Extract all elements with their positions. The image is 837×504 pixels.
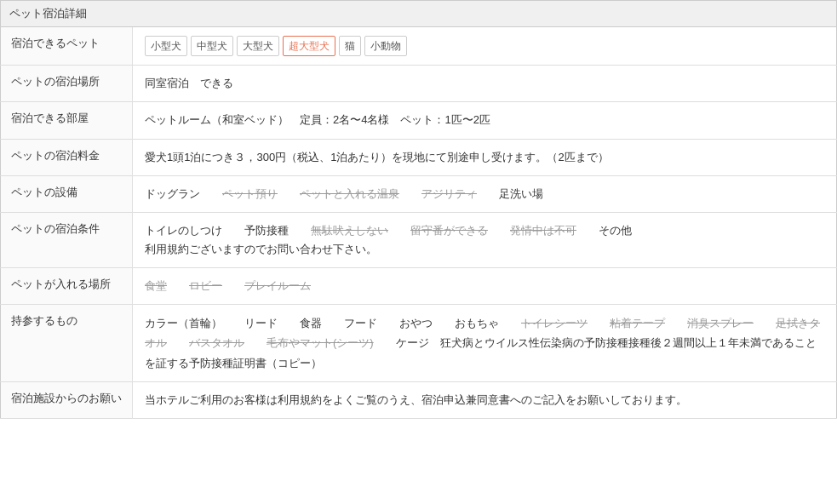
row-label-facility-request: 宿泊施設からのお願い	[1, 382, 133, 419]
pet-tag: 超大型犬	[283, 36, 335, 56]
bring-item: バスタオル	[189, 336, 244, 349]
mixed-item: ロビー	[189, 279, 222, 292]
bring-item: フード	[344, 317, 377, 329]
bring-item: ケージ	[396, 336, 429, 349]
pet-tag: 小動物	[364, 36, 407, 56]
bring-item: 毛布やマット(シーツ)	[267, 336, 374, 349]
mixed-item: 足洗い場	[499, 187, 543, 200]
table-row-available-rooms: 宿泊できる部屋ペットルーム（和室ベッド） 定員：2名〜4名様 ペット：1匹〜2匹	[1, 102, 837, 139]
condition-item: 予防接種	[244, 224, 289, 237]
row-content-bring-items: カラー（首輪） リード 食器 フード おやつ おもちゃ トイレシーツ 粘着テープ…	[133, 305, 837, 382]
bring-item: 消臭スプレー	[687, 317, 754, 329]
bring-item: カラー（首輪）	[145, 317, 222, 329]
row-content-facility-request: 当ホテルご利用のお客様は利用規約をよくご覧のうえ、宿泊申込兼同意書へのご記入をお…	[133, 382, 837, 419]
row-content-stay-location: 同室宿泊 できる	[133, 66, 837, 102]
row-content-pet-facilities: ドッグラン ペット預り ペットと入れる温泉 アジリティ 足洗い場	[133, 175, 837, 212]
row-label-pet-conditions: ペットの宿泊条件	[1, 212, 133, 267]
bring-note: 狂犬病とウイルス性伝染病の予防接種接種後２週間以上１年未満であることを証する予防…	[145, 336, 817, 369]
mixed-item: 食堂	[145, 279, 167, 292]
row-label-pet-facilities: ペットの設備	[1, 175, 133, 212]
pet-tag: 中型犬	[191, 36, 233, 56]
row-content-available-rooms: ペットルーム（和室ベッド） 定員：2名〜4名様 ペット：1匹〜2匹	[133, 102, 837, 139]
bring-item: トイレシーツ	[521, 317, 588, 329]
table-row-pet-conditions: ペットの宿泊条件トイレのしつけ 予防接種 無駄吠えしない 留守番ができる 発情中…	[1, 212, 837, 267]
row-content-allowed-pets: 小型犬中型犬大型犬超大型犬猫小動物	[133, 27, 837, 66]
main-container: ペット宿泊詳細 宿泊できるペット小型犬中型犬大型犬超大型犬猫小動物ペットの宿泊場…	[0, 0, 837, 419]
table-row-pet-rate: ペットの宿泊料金愛犬1頭1泊につき３，300円（税込、1泊あたり）を現地にて別途…	[1, 139, 837, 175]
table-row-bring-items: 持参するものカラー（首輪） リード 食器 フード おやつ おもちゃ トイレシーツ…	[1, 305, 837, 382]
pet-tag: 猫	[339, 36, 361, 56]
row-label-pet-rate: ペットの宿泊料金	[1, 139, 133, 175]
bring-item: 食器	[300, 317, 322, 329]
row-label-allowed-pets: 宿泊できるペット	[1, 27, 133, 66]
mixed-item: ペットと入れる温泉	[300, 187, 399, 200]
table-row-pet-areas: ペットが入れる場所食堂 ロビー プレイルーム	[1, 267, 837, 304]
table-row-stay-location: ペットの宿泊場所同室宿泊 できる	[1, 66, 837, 102]
table-row-facility-request: 宿泊施設からのお願い当ホテルご利用のお客様は利用規約をよくご覧のうえ、宿泊申込兼…	[1, 382, 837, 419]
bring-item: おもちゃ	[455, 317, 499, 329]
mixed-item: ドッグラン	[145, 187, 200, 200]
row-label-pet-areas: ペットが入れる場所	[1, 267, 133, 304]
row-content-pet-conditions: トイレのしつけ 予防接種 無駄吠えしない 留守番ができる 発情中は不可 その他利…	[133, 212, 837, 267]
bring-item: 粘着テープ	[610, 317, 665, 329]
mixed-item: プレイルーム	[244, 279, 311, 292]
condition-item: その他	[599, 224, 632, 237]
bring-item: リード	[244, 317, 278, 329]
row-label-bring-items: 持参するもの	[1, 305, 133, 382]
mixed-item: ペット預り	[222, 187, 278, 200]
row-content-pet-rate: 愛犬1頭1泊につき３，300円（税込、1泊あたり）を現地にて別途申し受けます。（…	[133, 139, 837, 175]
table-row-pet-facilities: ペットの設備ドッグラン ペット預り ペットと入れる温泉 アジリティ 足洗い場	[1, 175, 837, 212]
condition-note: 利用規約ございますのでお問い合わせ下さい。	[145, 243, 377, 255]
bring-item: おやつ	[399, 317, 433, 329]
bring-items-wrap: カラー（首輪） リード 食器 フード おやつ おもちゃ トイレシーツ 粘着テープ…	[145, 313, 824, 373]
condition-item: トイレのしつけ	[145, 224, 222, 237]
pet-details-table: 宿泊できるペット小型犬中型犬大型犬超大型犬猫小動物ペットの宿泊場所同室宿泊 でき…	[0, 27, 837, 419]
table-row-allowed-pets: 宿泊できるペット小型犬中型犬大型犬超大型犬猫小動物	[1, 27, 837, 66]
condition-item: 発情中は不可	[510, 224, 576, 237]
row-label-stay-location: ペットの宿泊場所	[1, 66, 133, 102]
row-label-available-rooms: 宿泊できる部屋	[1, 102, 133, 139]
pet-tag: 小型犬	[145, 36, 187, 56]
row-content-pet-areas: 食堂 ロビー プレイルーム	[133, 267, 837, 304]
pet-tag: 大型犬	[237, 36, 279, 56]
condition-item: 無駄吠えしない	[311, 224, 388, 237]
condition-item: 留守番ができる	[410, 224, 488, 237]
mixed-item: アジリティ	[421, 187, 477, 200]
section-title: ペット宿泊詳細	[0, 0, 837, 27]
